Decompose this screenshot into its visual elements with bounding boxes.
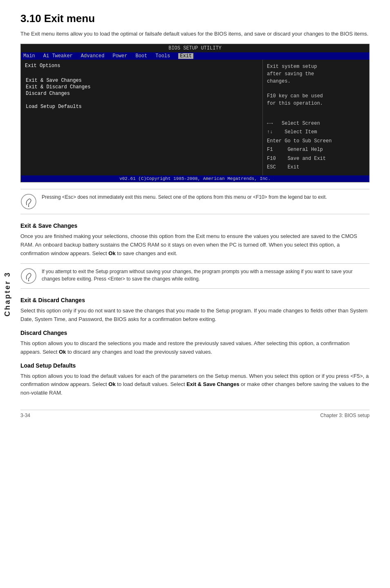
bios-menu-bar: Main Ai Tweaker Advanced Power Boot Tool… — [21, 52, 369, 60]
bios-menu-boot[interactable]: Boot — [135, 53, 147, 59]
note-box-2: If you attempt to exit the Setup program… — [20, 263, 370, 289]
section-heading-load-defaults: Load Setup Defaults — [20, 362, 370, 369]
bios-right-panel: Exit system setup after saving the chang… — [263, 60, 369, 176]
legend-enter: Enter Go to Sub Screen — [267, 137, 365, 146]
bios-left-panel: Exit Options Exit & Save Changes Exit & … — [21, 60, 263, 176]
section-heading-exit-save: Exit & Save Changes — [20, 222, 370, 229]
footer-page-number: 3-34 — [20, 413, 30, 418]
note-box-1: Pressing <Esc> does not immediately exit… — [20, 189, 370, 214]
page-title: 3.10 Exit menu — [20, 12, 370, 25]
legend-f1: F1 General Help — [267, 146, 365, 155]
page-footer: 3-34 Chapter 3: BIOS setup — [20, 410, 370, 418]
note-icon-1 — [20, 193, 37, 210]
note-text-1: Pressing <Esc> does not immediately exit… — [42, 193, 327, 201]
legend-select-screen: ←→ Select Screen — [267, 119, 365, 128]
section-body-exit-save: Once you are finished making your select… — [20, 232, 370, 258]
section-body-exit-discard: Select this option only if you do not wa… — [20, 307, 370, 324]
section-body-load-defaults: This option allows you to load the defau… — [20, 372, 370, 397]
section-body-discard: This option allows you to discard the se… — [20, 339, 370, 357]
bios-menu-exit[interactable]: Exit — [178, 53, 193, 59]
bios-content-area: Exit Options Exit & Save Changes Exit & … — [21, 60, 369, 176]
legend-esc: ESC Exit — [267, 163, 365, 172]
bios-menu-main[interactable]: Main — [23, 53, 35, 59]
bios-menu-advanced[interactable]: Advanced — [81, 53, 105, 59]
bios-setup-box: BIOS SETUP UTILITY Main Ai Tweaker Advan… — [20, 44, 370, 183]
bios-title: BIOS SETUP UTILITY — [21, 44, 369, 52]
legend-f10: F10 Save and Exit — [267, 155, 365, 164]
note-icon-2 — [20, 268, 37, 284]
bios-section-title: Exit Options — [25, 63, 258, 69]
section-heading-discard: Discard Changes — [20, 330, 370, 336]
bios-entry-discard[interactable]: Discard Changes — [25, 91, 258, 97]
bios-entry-spacer — [25, 97, 258, 103]
chapter-label: Chapter 3 — [3, 272, 12, 316]
section-heading-exit-discard: Exit & Discard Changes — [20, 297, 370, 303]
bios-help-text: Exit system setup after saving the chang… — [267, 63, 365, 107]
bios-entry-load-defaults[interactable]: Load Setup Defaults — [25, 104, 258, 110]
bios-menu-power[interactable]: Power — [112, 53, 127, 59]
bios-legend: ←→ Select Screen ↑↓ Select Item Enter Go… — [267, 119, 365, 173]
intro-paragraph: The Exit menu items allow you to load th… — [20, 30, 370, 38]
bios-entry-exit-save[interactable]: Exit & Save Changes — [25, 78, 258, 83]
bios-footer: v02.61 (C)Copyright 1985-2008, American … — [21, 175, 369, 182]
note-text-2: If you attempt to exit the Setup program… — [42, 268, 370, 283]
bios-menu-ai-tweaker[interactable]: Ai Tweaker — [43, 53, 73, 59]
legend-select-item: ↑↓ Select Item — [267, 128, 365, 137]
bios-menu-tools[interactable]: Tools — [155, 53, 170, 59]
footer-chapter-label: Chapter 3: BIOS setup — [320, 413, 370, 418]
bios-entry-exit-discard[interactable]: Exit & Discard Changes — [25, 84, 258, 90]
